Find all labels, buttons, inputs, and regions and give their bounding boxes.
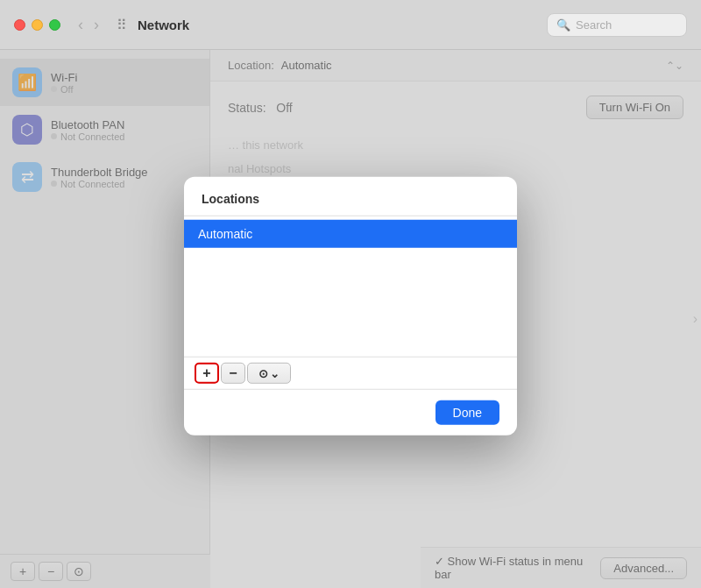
titlebar: ‹ › Network 🔍 Search <box>0 0 701 50</box>
done-button[interactable]: Done <box>435 400 499 425</box>
modal-toolbar: + − ⊙ ⌄ <box>184 357 517 389</box>
page-title: Network <box>138 18 189 32</box>
gear-chevron-icon: ⌄ <box>270 366 280 379</box>
minimize-button[interactable] <box>32 19 43 31</box>
locations-modal: Locations Automatic + − ⊙ ⌄ Done <box>184 177 517 436</box>
back-button[interactable]: ‹ <box>74 14 87 36</box>
close-button[interactable] <box>14 19 25 31</box>
modal-title: Locations <box>202 192 259 206</box>
modal-gear-button[interactable]: ⊙ ⌄ <box>247 363 291 384</box>
forward-button[interactable]: › <box>90 14 103 36</box>
maximize-button[interactable] <box>49 19 60 31</box>
modal-add-button[interactable]: + <box>195 363 219 384</box>
modal-header: Locations <box>184 177 517 216</box>
search-box[interactable]: 🔍 Search <box>547 13 687 37</box>
search-icon: 🔍 <box>556 18 570 32</box>
main-content: 📶 Wi-Fi Off ⬡ Bluetooth PAN Not Connecte… <box>0 50 701 588</box>
modal-remove-button[interactable]: − <box>221 363 245 384</box>
gear-icon: ⊙ <box>258 366 268 379</box>
grid-button[interactable] <box>111 15 132 35</box>
traffic-lights <box>14 19 60 31</box>
modal-footer: Done <box>184 389 517 436</box>
locations-list: Automatic <box>184 216 517 357</box>
nav-buttons: ‹ › <box>74 14 103 36</box>
location-item-automatic[interactable]: Automatic <box>184 220 517 248</box>
search-placeholder: Search <box>576 18 612 32</box>
grid-icon <box>117 18 127 32</box>
